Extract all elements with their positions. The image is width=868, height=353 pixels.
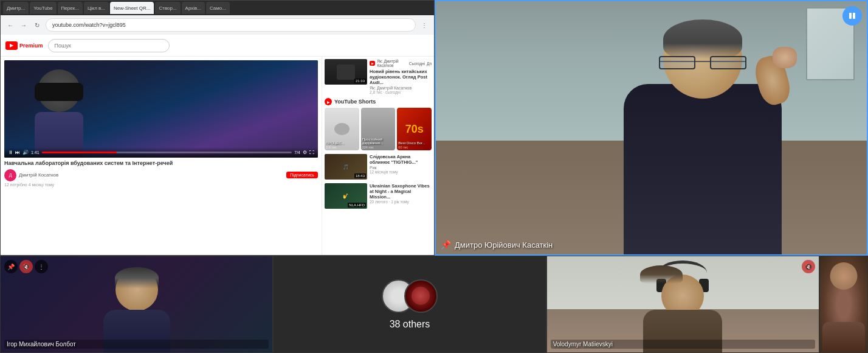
participant-thumb-ihor: 📌 🔇 ⋮ Ігор Михайлович Болбот (0, 256, 273, 353)
time-total: 7/4 (294, 150, 300, 155)
browser-chrome: Дмитр... YouTube Перек... Цікл в... New-… (1, 1, 434, 35)
volodymyr-name: Volodymyr Matiievskyi (551, 340, 815, 349)
sidebar-title-2: Слідовська Аркна облинює "ТІGTНІG..." (370, 154, 432, 165)
small-thumb-content: 42 (820, 256, 867, 352)
channel-avatar: Д (4, 169, 16, 181)
browser-tab-yt[interactable]: YouTube (30, 2, 56, 14)
browser-bar: ← → ↻ youtube.com/watch?v=jgcl895 ⋮ (1, 15, 434, 35)
volodymyr-mute-btn[interactable]: 🔇 (802, 260, 815, 273)
sidebar-meta-3: 20 лютого · 1 рік тому (370, 200, 432, 204)
main-video-content: 📌 Дмитро Юрійович Касаткін (435, 0, 868, 256)
settings-btn[interactable]: ⚙ (303, 150, 307, 155)
sidebar-meta-2: 12 місяців тому (370, 170, 432, 174)
sidebar-title-3: Ukrainian Saxophone Vibes at Night - a M… (370, 183, 432, 200)
sidebar-info-2: Слідовська Аркна облинює "ТІGTНІG..." Ри… (370, 154, 432, 174)
play-pause-btn[interactable]: ⏸ (8, 150, 13, 155)
short-title-2: Простойний дарування... (362, 138, 394, 145)
pause-icon (848, 12, 856, 20)
volume-btn[interactable]: 🔊 (22, 150, 29, 155)
sidebar-thumb: 21:33 (325, 59, 367, 85)
yt-main: ⏸ ⏭ 🔊 1:41 7/4 ⚙ ⛶ Н (1, 57, 434, 256)
others-label: 38 others (390, 319, 430, 330)
shorts-label: YouTube Shorts (334, 99, 376, 105)
shorts-grid: ПРОЦЕС... 2,9 тис Простойний дарування..… (325, 108, 432, 150)
channel-name[interactable]: Дмитрій Косатков (19, 172, 58, 178)
short-overlay-3: Best Disco Bor... 60 тис (398, 141, 430, 149)
address-bar[interactable]: youtube.com/watch?v=jgcl895 (46, 18, 416, 32)
extensions-btn[interactable]: ⋮ (419, 20, 429, 30)
ihor-pin-btn[interactable]: 📌 (4, 260, 18, 273)
sidebar-tab3: Дп (427, 61, 432, 66)
yt-header: Premium (1, 35, 434, 57)
video-info: Навчальна лабораторія вбудованих систем … (4, 160, 318, 187)
ihor-name: Ігор Михайлович Болбот (4, 340, 269, 349)
yt-sidebar: 21:33 ▶ Як: Дмитрій Касатков Сьогодні Дп… (322, 57, 434, 256)
participant-thumb-others: 38 others (273, 256, 546, 353)
browser-tab-notes[interactable]: Створ... (155, 2, 180, 14)
svg-rect-1 (853, 13, 855, 19)
subscribe-btn[interactable]: Підписатись (286, 172, 318, 178)
browser-tabs: Дмитр... YouTube Перек... Цікл в... New-… (1, 1, 434, 15)
short-title-1: ПРОЦЕС... (326, 141, 358, 145)
ihor-top-controls: 📌 🔇 ⋮ (4, 260, 48, 273)
forward-btn[interactable]: → (19, 20, 29, 30)
browser-tab-arch[interactable]: Архів... (182, 2, 205, 14)
youtube-icon (5, 41, 18, 50)
browser-tab-trans[interactable]: Перек... (58, 2, 83, 14)
sidebar-channel-2: Рик (370, 166, 432, 170)
svg-rect-0 (849, 13, 852, 19)
shorts-section: ▶ YouTube Shorts ПРОЦЕС... 2,9 тис (325, 98, 432, 150)
sidebar-duration-2: 18:43 (354, 173, 366, 178)
sidebar-title: Новий рівень китайських аудіоколонок. Ог… (370, 69, 432, 85)
next-btn[interactable]: ⏭ (15, 150, 20, 155)
participant-name: Дмитро Юрійович Касаткін (455, 240, 553, 250)
ihor-overlay: 📌 🔇 ⋮ Ігор Михайлович Болбот (1, 256, 272, 352)
progress-bar[interactable] (42, 152, 292, 153)
progress-fill (42, 152, 117, 153)
volodymyr-overlay: 🔇 Volodymyr Matiievskyi (547, 256, 819, 352)
sidebar-tab2: Сьогодні (409, 61, 425, 66)
others-content: 38 others (274, 256, 545, 352)
ihor-more-btn[interactable]: ⋮ (35, 260, 48, 273)
browser-window: Дмитр... YouTube Перек... Цікл в... New-… (0, 0, 435, 256)
sidebar-video-item-2[interactable]: 🎵 18:43 Слідовська Аркна облинює "ТІGTНІ… (325, 154, 432, 180)
pause-bars-btn[interactable] (842, 6, 862, 26)
top-section: Дмитр... YouTube Перек... Цікл в... New-… (0, 0, 868, 256)
sidebar-info: ▶ Як: Дмитрій Касатков Сьогодні Дп Новий… (370, 59, 432, 94)
back-btn[interactable]: ← (5, 20, 15, 30)
sidebar-duration: 21:33 (354, 79, 366, 83)
sidebar-meta: 2,8 тис · сьогодні (370, 90, 432, 94)
short-thumb-3[interactable]: 70s Best Disco Bor... 60 тис (397, 108, 432, 150)
sidebar-channel-tab: Як: Дмитрій Касатков (377, 59, 407, 68)
top-right-controls (842, 6, 862, 26)
video-controls: ⏸ ⏭ 🔊 1:41 7/4 ⚙ ⛶ (4, 147, 318, 158)
sidebar-thumb-2: 🎵 18:43 (325, 154, 367, 180)
youtube-content: Premium (1, 35, 434, 256)
channel-info: Д Дмитрій Косатков Підписатись (4, 169, 318, 181)
short-title-3: Best Disco Bor... (398, 141, 430, 145)
short-thumb-2[interactable]: Простойний дарування... 224 тис (361, 108, 396, 150)
yt-video-section: ⏸ ⏭ 🔊 1:41 7/4 ⚙ ⛶ Н (1, 57, 322, 256)
sidebar-duration-3: NLA.HFD (348, 203, 366, 208)
video-player[interactable]: ⏸ ⏭ 🔊 1:41 7/4 ⚙ ⛶ (4, 60, 318, 158)
sidebar-video-item[interactable]: 21:33 ▶ Як: Дмитрій Касатков Сьогодні Дп… (325, 59, 432, 94)
browser-tab-school[interactable]: Цікл в... (84, 2, 109, 14)
fullscreen-btn[interactable]: ⛶ (309, 150, 314, 155)
shorts-icon: ▶ (325, 98, 332, 105)
video-title: Навчальна лабораторія вбудованих систем … (4, 160, 318, 167)
short-overlay-2: Простойний дарування... 224 тис (362, 138, 394, 149)
sidebar-thumb-3: 🎷 NLA.HFD (325, 183, 367, 209)
browser-tab-sheet[interactable]: New-Sheet QR... (110, 2, 154, 14)
browser-tab[interactable]: Дмитр... (3, 2, 29, 14)
shorts-header: ▶ YouTube Shorts (325, 98, 432, 105)
time-display: 1:41 (31, 150, 40, 155)
participant-thumb-small: 42 (819, 256, 868, 353)
short-thumb-1[interactable]: ПРОЦЕС... 2,9 тис (325, 108, 359, 150)
pin-icon: 📌 (441, 240, 451, 250)
video-player-content (4, 60, 318, 158)
browser-tab-self[interactable]: Само... (206, 2, 230, 14)
upload-date: 12 потрібно 4 місяці тому (4, 183, 318, 187)
yt-search-input[interactable] (48, 39, 170, 52)
refresh-btn[interactable]: ↻ (32, 20, 42, 30)
sidebar-video-item-3[interactable]: 🎷 NLA.HFD Ukrainian Saxophone Vibes at N… (325, 183, 432, 209)
